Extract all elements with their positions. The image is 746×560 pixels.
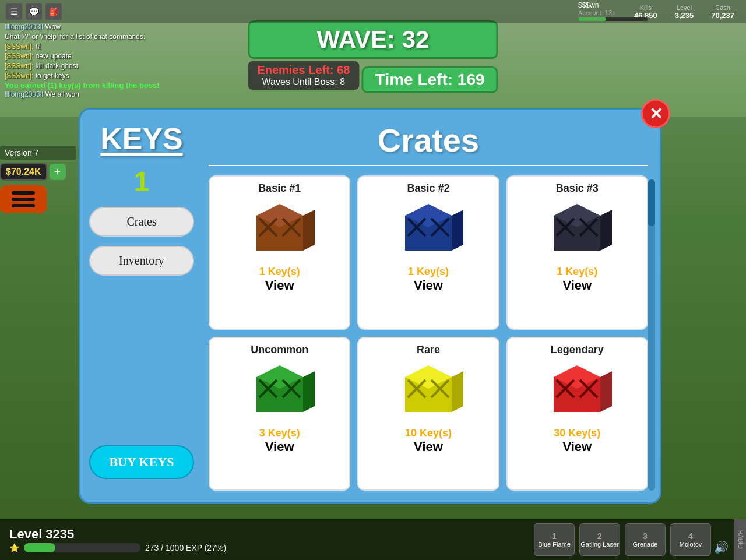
buy-keys-button[interactable]: BUY KEYS bbox=[89, 445, 194, 479]
crates-nav-button[interactable]: Crates bbox=[89, 207, 194, 237]
level-info: Level 3235 ⭐ 273 / 1000 EXP (27%) bbox=[0, 522, 235, 557]
slot-1-number: 1 bbox=[552, 531, 557, 541]
account-progress-bar bbox=[578, 17, 648, 21]
slot-2-number: 2 bbox=[597, 531, 602, 541]
money-bar: $70.24K + bbox=[0, 163, 76, 181]
money-add-button[interactable]: + bbox=[50, 164, 66, 180]
crates-modal: ✕ KEYS 1 Crates Inventory BUY KEYS Crate… bbox=[79, 108, 661, 504]
money-display: $70.24K bbox=[0, 163, 47, 181]
slot-4-number: 4 bbox=[688, 531, 693, 541]
crate-legendary-view[interactable]: View bbox=[562, 439, 592, 455]
crate-legendary[interactable]: Legendary 30 Key(s) View bbox=[506, 337, 648, 491]
chat-icon[interactable]: 💬 bbox=[26, 3, 42, 20]
exp-bar bbox=[24, 543, 140, 552]
volume-button[interactable]: 🔊 bbox=[714, 540, 729, 554]
wave-info: WAVE: 32 Enemies Left: 68 Waves Until Bo… bbox=[248, 20, 498, 93]
crate-basic1-image bbox=[245, 198, 315, 262]
weapon-slot-4[interactable]: 4 Molotov bbox=[670, 523, 711, 556]
modal-right-panel: Crates Basic #1 1 Key(s) View bbox=[203, 110, 660, 502]
slot-2-name: Gatling Laser bbox=[580, 541, 618, 548]
crates-divider bbox=[209, 165, 648, 166]
cash-value: 70,237 bbox=[711, 11, 734, 20]
version-badge: Version 7 bbox=[0, 146, 76, 160]
crate-uncommon-image bbox=[245, 360, 315, 424]
scroll-bar[interactable] bbox=[648, 179, 655, 491]
svg-marker-9 bbox=[452, 210, 463, 251]
weapon-slot-2[interactable]: 2 Gatling Laser bbox=[579, 523, 620, 556]
crate-rare[interactable]: Rare 10 Key(s) View bbox=[357, 337, 499, 491]
close-button[interactable]: ✕ bbox=[641, 99, 670, 128]
level-display: Level 3235 bbox=[9, 527, 226, 542]
level-stat: Level 3,235 bbox=[675, 4, 694, 20]
wave-enemies-panel: Enemies Left: 68 Waves Until Boss: 8 bbox=[248, 61, 359, 90]
enemies-left: Enemies Left: 68 bbox=[257, 64, 350, 77]
crate-basic3-keys: 1 Key(s) bbox=[557, 266, 597, 278]
crate-basic2[interactable]: Basic #2 1 Key(s) View bbox=[357, 175, 499, 330]
time-left: Time Left: 169 bbox=[362, 66, 498, 93]
hamburger-button[interactable] bbox=[0, 185, 47, 213]
crate-legendary-keys: 30 Key(s) bbox=[554, 427, 600, 439]
svg-marker-2 bbox=[303, 210, 315, 251]
crate-basic2-view[interactable]: View bbox=[414, 278, 443, 293]
crates-grid: Basic #1 1 Key(s) View Basic #2 bbox=[209, 175, 648, 491]
chat-hint: Chat '/?' or '/help' for a list of chat … bbox=[5, 32, 193, 42]
crates-panel-title: Crates bbox=[209, 121, 648, 159]
crate-rare-keys: 10 Key(s) bbox=[405, 427, 452, 439]
svg-marker-16 bbox=[600, 210, 612, 251]
chat-msg-4: [SSSwn]: to get keys bbox=[5, 71, 193, 81]
slot-1-name: Blue Flame bbox=[538, 541, 571, 548]
chat-message-1: llllomg2003ll Wow bbox=[5, 22, 193, 32]
inventory-nav-button[interactable]: Inventory bbox=[89, 246, 194, 276]
crate-basic3[interactable]: Basic #3 1 Key(s) View bbox=[506, 175, 648, 330]
crate-uncommon[interactable]: Uncommon 3 Key(s) View bbox=[209, 337, 350, 491]
crate-basic3-image bbox=[542, 198, 612, 262]
crate-rare-name: Rare bbox=[417, 344, 440, 356]
weapon-slots: 1 Blue Flame 2 Gatling Laser 3 Grenade 4… bbox=[534, 523, 711, 556]
inventory-icon[interactable]: 🎒 bbox=[45, 3, 62, 20]
crate-legendary-image bbox=[542, 360, 612, 424]
slot-3-name: Grenade bbox=[633, 541, 658, 548]
scroll-thumb bbox=[648, 179, 655, 226]
crate-basic2-keys: 1 Key(s) bbox=[408, 266, 449, 278]
level-label: Level bbox=[675, 4, 694, 11]
account-subtitle: Account: 13+ bbox=[578, 9, 648, 16]
keys-title: KEYS bbox=[100, 121, 183, 156]
radio-button[interactable]: RADIO bbox=[734, 519, 746, 560]
waves-boss: Waves Until Boss: 8 bbox=[257, 77, 350, 87]
exp-fill bbox=[24, 543, 55, 552]
level-value: 3,235 bbox=[675, 11, 694, 20]
hamburger-line-3 bbox=[12, 204, 35, 207]
hamburger-line-2 bbox=[12, 198, 35, 201]
hamburger-line-1 bbox=[12, 191, 35, 195]
exp-text: 273 / 1000 EXP (27%) bbox=[145, 543, 226, 552]
slot-3-number: 3 bbox=[643, 531, 648, 541]
cash-stat: Cash 70,237 bbox=[711, 4, 734, 20]
modal-left-panel: KEYS 1 Crates Inventory BUY KEYS bbox=[80, 110, 203, 502]
keys-count: 1 bbox=[134, 165, 150, 198]
svg-marker-37 bbox=[600, 371, 612, 412]
crate-basic2-image bbox=[393, 198, 463, 262]
slot-4-name: Molotov bbox=[680, 541, 702, 548]
weapon-slot-3[interactable]: 3 Grenade bbox=[625, 523, 666, 556]
weapon-slot-1[interactable]: 1 Blue Flame bbox=[534, 523, 575, 556]
bottom-hud: Level 3235 ⭐ 273 / 1000 EXP (27%) 1 Blue… bbox=[0, 519, 746, 560]
crate-basic1[interactable]: Basic #1 1 Key(s) View bbox=[209, 175, 350, 330]
exp-bar-container: ⭐ 273 / 1000 EXP (27%) bbox=[9, 543, 226, 552]
crate-basic2-name: Basic #2 bbox=[407, 182, 449, 195]
chat-msg-1: [SSSwn]: hi bbox=[5, 42, 193, 52]
crate-uncommon-view[interactable]: View bbox=[265, 439, 294, 455]
crate-uncommon-name: Uncommon bbox=[251, 344, 308, 356]
chat-msg-5: llllomg2003ll We all won bbox=[5, 90, 193, 100]
svg-marker-23 bbox=[303, 371, 315, 412]
crate-uncommon-keys: 3 Key(s) bbox=[259, 427, 300, 439]
crate-basic1-view[interactable]: View bbox=[265, 278, 294, 293]
crate-basic3-name: Basic #3 bbox=[556, 182, 599, 195]
crate-rare-view[interactable]: View bbox=[414, 439, 443, 455]
chat-msg-2: [SSSwn]: new update bbox=[5, 51, 193, 61]
menu-icon[interactable]: ☰ bbox=[6, 3, 22, 20]
crate-basic1-name: Basic #1 bbox=[258, 182, 301, 195]
chat-msg-3: [SSSwn]: kill dark ghost bbox=[5, 61, 193, 71]
svg-marker-30 bbox=[452, 371, 463, 412]
wave-title: WAVE: 32 bbox=[248, 20, 498, 59]
crate-basic3-view[interactable]: View bbox=[562, 278, 592, 293]
